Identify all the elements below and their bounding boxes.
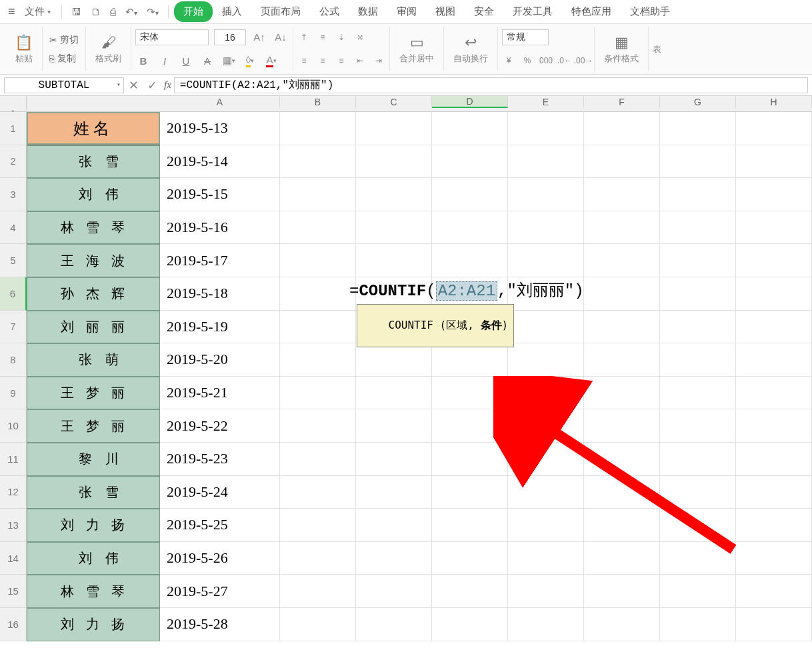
file-menu[interactable]: 文件 ▾ [19, 3, 56, 21]
cell[interactable] [356, 244, 432, 277]
cell[interactable]: 刘丽丽 [27, 311, 160, 344]
number-format-select[interactable] [502, 29, 549, 45]
cell[interactable] [280, 575, 356, 608]
align-top-icon[interactable]: ⇡ [297, 29, 311, 45]
column-header[interactable]: F [584, 96, 660, 108]
cell[interactable] [508, 343, 584, 377]
cell[interactable] [660, 311, 736, 344]
cell[interactable] [660, 509, 736, 542]
cell[interactable] [280, 377, 356, 410]
underline-icon[interactable]: U [178, 53, 194, 69]
cell[interactable]: 2019-5-23 [160, 443, 280, 476]
cell[interactable] [508, 178, 584, 211]
ribbon-tab[interactable]: 开发工具 [503, 1, 562, 22]
cell[interactable]: 2019-5-13 [160, 112, 280, 145]
cell[interactable] [660, 343, 736, 377]
print-preview-icon[interactable]: 🗋 [87, 6, 105, 17]
grid-body[interactable]: 1姓名2019-5-132张 雪2019-5-143刘 伟2019-5-154林… [0, 112, 812, 641]
align-middle-icon[interactable]: ≡ [316, 29, 329, 45]
undo-icon[interactable]: ↶▾ [121, 6, 141, 18]
column-header[interactable]: C [356, 96, 432, 108]
ribbon-tab[interactable]: 数据 [349, 1, 387, 22]
increase-decimal-icon[interactable]: .0← [558, 53, 571, 69]
cell[interactable] [508, 409, 584, 443]
cell[interactable] [508, 542, 584, 575]
row-header[interactable]: 3 [0, 178, 27, 211]
cell[interactable] [736, 145, 812, 179]
cell[interactable] [508, 311, 584, 344]
cell[interactable] [584, 476, 660, 509]
cell[interactable] [584, 509, 660, 542]
cell[interactable] [736, 443, 812, 476]
cell[interactable] [584, 608, 660, 641]
cell[interactable] [660, 542, 736, 575]
font-name-select[interactable] [135, 29, 209, 45]
cell[interactable] [356, 409, 432, 443]
comma-icon[interactable]: 000 [539, 53, 553, 69]
cell[interactable] [432, 377, 508, 410]
cond-format-icon[interactable]: ▦ [615, 34, 629, 51]
indent-right-icon[interactable]: ⇥ [372, 53, 385, 69]
cell[interactable] [356, 112, 432, 145]
cell[interactable] [356, 443, 432, 476]
ribbon-tab[interactable]: 插入 [213, 1, 251, 22]
cell[interactable]: 2019-5-21 [160, 377, 280, 410]
cell[interactable]: 2019-5-20 [160, 343, 280, 377]
cell[interactable] [508, 608, 584, 641]
name-box[interactable]: SUBTOTAL ▾ [4, 77, 124, 93]
decrease-decimal-icon[interactable]: .00→ [577, 53, 590, 69]
cell[interactable] [736, 575, 812, 608]
cell[interactable] [280, 509, 356, 542]
cell[interactable] [736, 476, 812, 509]
cell[interactable] [508, 476, 584, 509]
cell[interactable] [356, 509, 432, 542]
paste-icon[interactable]: 📋 [15, 34, 33, 51]
cell[interactable] [584, 211, 660, 245]
row-header[interactable]: 8 [0, 343, 27, 377]
decrease-font-icon[interactable]: A↓ [273, 29, 289, 45]
cut-button[interactable]: ✂ 剪切 [47, 33, 81, 47]
cell[interactable]: 王梦丽 [27, 409, 160, 443]
cell[interactable]: 2019-5-24 [160, 476, 280, 509]
cell[interactable]: 刘力扬 [27, 509, 160, 542]
ribbon-tab[interactable]: 视图 [426, 1, 465, 22]
cell[interactable]: 2019-5-18 [160, 277, 280, 311]
currency-icon[interactable]: ¥ [502, 53, 515, 69]
ribbon-tab[interactable]: 公式 [310, 1, 349, 22]
row-header[interactable]: 16 [0, 608, 27, 641]
cell[interactable] [356, 211, 432, 245]
row-header[interactable]: 14 [0, 542, 27, 575]
enter-icon[interactable]: ✓ [143, 78, 161, 93]
menu-hamburger-icon[interactable]: ≡ [5, 5, 18, 19]
save-icon[interactable]: 🖫 [67, 6, 85, 17]
cell[interactable] [736, 211, 812, 245]
cell[interactable] [356, 575, 432, 608]
cell[interactable] [736, 409, 812, 443]
cell[interactable] [660, 112, 736, 145]
column-header[interactable]: D [432, 96, 508, 108]
cell[interactable] [584, 178, 660, 211]
copy-button[interactable]: ⎘ 复制 [47, 51, 81, 66]
cell[interactable] [280, 145, 356, 179]
row-header[interactable]: 6 [0, 277, 27, 311]
fill-color-icon[interactable]: ◊▾ [242, 53, 258, 69]
format-painter-icon[interactable]: 🖌 [101, 34, 116, 51]
align-left-icon[interactable]: ≡ [297, 53, 311, 69]
strike-icon[interactable]: A [199, 53, 215, 69]
ribbon-tab[interactable]: 页面布局 [251, 1, 310, 22]
cell[interactable] [584, 145, 660, 179]
cell[interactable] [508, 211, 584, 245]
cell[interactable] [736, 377, 812, 410]
orientation-icon[interactable]: ⤭ [353, 29, 367, 45]
cell[interactable] [280, 608, 356, 641]
cell[interactable]: 2019-5-15 [160, 178, 280, 211]
cell[interactable] [280, 409, 356, 443]
column-header[interactable]: E [508, 96, 584, 108]
row-header[interactable]: 9 [0, 377, 27, 410]
cell[interactable] [432, 542, 508, 575]
increase-font-icon[interactable]: A↑ [251, 29, 267, 45]
ribbon-tab[interactable]: 审阅 [387, 1, 426, 22]
cell[interactable]: 刘力扬 [27, 608, 160, 641]
cell[interactable] [508, 377, 584, 410]
row-header[interactable]: 11 [0, 443, 27, 476]
